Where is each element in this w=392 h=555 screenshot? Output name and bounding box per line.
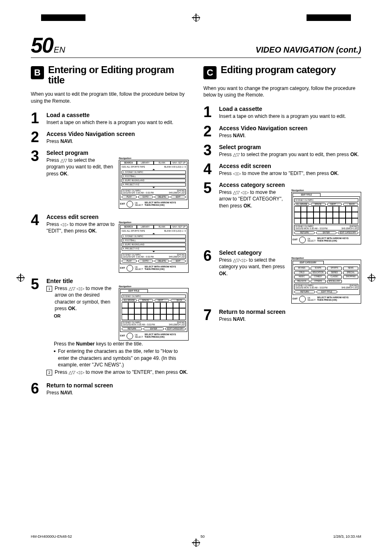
- cat-others: OTHERS: [311, 280, 326, 283]
- c-step-6-hd: Select category: [219, 249, 361, 256]
- registration-mark-bottom: [192, 539, 200, 547]
- cat-news: NEWS: [343, 267, 358, 270]
- b-step-4: 4 Access edit screen Press ◁ ▷ to move t…: [31, 214, 189, 273]
- b5-press-number: Press the Number keys to enter the title…: [54, 341, 189, 347]
- btn-edit-1: EDIT: [171, 196, 186, 198]
- cat-info-l: SYDNEY OLYMPIC 10/21/02 MON. 0:30 AM – 5…: [295, 285, 327, 289]
- tab-setup-2: NAVI. SET UP: [171, 225, 187, 228]
- b-step-6-num: 6: [31, 382, 42, 395]
- page-footer: HM-DH40000U-EN48-52 50 1/28/3, 10:33 AM: [31, 534, 361, 539]
- b5-1-arrows: △▽ ◁ ▷: [69, 286, 84, 291]
- c-step-5-num: 5: [203, 182, 214, 195]
- c-step-2-num: 2: [203, 125, 214, 138]
- c-step-4-hd: Access edit screen: [219, 163, 361, 169]
- b-step-1-txt: Insert a tape on which there is a progra…: [46, 119, 189, 126]
- b5-1-key: OK: [68, 306, 76, 311]
- c-step-6-num: 6: [203, 249, 214, 263]
- edit-input-1: SYDNEY OLYMPIC: [122, 295, 186, 298]
- edit-info-l-1: SYDNEY OLYMPIC 10/21/02 MON. 0:30 AM – 5…: [123, 322, 155, 326]
- printer-marks-top: [0, 14, 392, 31]
- cat-series: SERIES: [327, 271, 342, 275]
- c-step-7-txt: Press NAVI.: [219, 316, 361, 322]
- list-item-1c: 3. EURO 96 ENGLAND: [122, 179, 186, 182]
- c-step-7: 7 Return to normal screen Press NAVI.: [203, 309, 361, 322]
- b-step-6: 6 Return to normal screen Press NAVI.: [31, 382, 189, 396]
- btn-edit-title-3: EDIT TITLE: [316, 290, 337, 293]
- registration-mark-right: [367, 274, 376, 282]
- foot-msg-3: SELECT WITH ARROW KEYS THEN PRESS [OK]: [145, 334, 176, 339]
- section-c-intro: When you want to change the program cate…: [203, 85, 361, 98]
- c-step-2: 2 Access Video Navigation screen Press N…: [203, 125, 361, 139]
- ok-wheel-icon-3: [127, 333, 133, 339]
- nav-brand-5: Navigation: [291, 257, 361, 259]
- b-step-5-hd: Enter title: [46, 278, 189, 284]
- foot-exit-3: EXIT: [120, 335, 125, 337]
- btn-goto-2: GOTO: [138, 260, 153, 263]
- b5-1-pre: Press: [55, 286, 69, 291]
- b2-post: .: [72, 138, 73, 144]
- btn-erase-1: ALL ERASE: [122, 299, 137, 302]
- foot-sel-2: SELECT: [135, 268, 143, 270]
- c-step-2-hd: Access Video Navigation screen: [219, 125, 361, 131]
- c5-pre: Press: [219, 189, 233, 195]
- cat-info-r: [SHOW] 5H5:25MCH LS3: [341, 285, 357, 289]
- b5-sub-2-num: 2: [46, 370, 52, 375]
- c4-mid: to move the arrow to "EDIT", then press: [241, 170, 330, 176]
- b3-pre: Press: [46, 157, 60, 163]
- b4-key: OK: [88, 228, 96, 234]
- b-step-2-hd: Access Video Navigation screen: [46, 131, 189, 137]
- ok-wheel-icon: [127, 201, 133, 207]
- foot-msg-2: SELECT WITH ARROW KEYS THEN PRESS [OK]: [145, 266, 176, 271]
- category-grid: MOVIES SOAPS SPORTS NEWS CHILD EDUCATION…: [294, 267, 358, 283]
- btn-space-2: SPACE: [311, 203, 326, 206]
- c-step-1-hd: Load a cassette: [219, 106, 361, 112]
- b-step-3-num: 3: [31, 150, 42, 163]
- c-step-2-txt: Press NAVI.: [219, 132, 361, 139]
- cat-misc: MISCELLANY: [327, 280, 342, 283]
- b-step-4-hd: Access edit screen: [46, 214, 189, 220]
- b-step-5-num: 5: [31, 278, 42, 291]
- c5-screenshot: Navigation EDIT TITLE SYDNEY OLYMPIC ALL…: [291, 189, 361, 244]
- btn-back-2: ← BACK: [343, 203, 358, 206]
- cat-movies: MOVIES: [294, 267, 309, 270]
- char-grid-1: [122, 302, 186, 320]
- c6-post: .: [226, 271, 228, 276]
- tab-setup-1: NAVI. SET UP: [171, 161, 187, 164]
- c4-pre: Press: [219, 170, 233, 176]
- b-step-6-hd: Return to normal screen: [46, 382, 189, 389]
- foot-msg-1: SELECT WITH ARROW KEYS THEN PRESS [OK]: [145, 202, 176, 207]
- b-step-4-txt: Press ◁ ▷ to move the arrow to "EDIT", t…: [46, 221, 115, 234]
- c-step-7-hd: Return to normal screen: [219, 309, 361, 315]
- b5-bullet-txt: For entering the characters as the title…: [58, 348, 189, 368]
- b3-key: OK: [60, 171, 67, 177]
- footer-right: 1/28/3, 10:33 AM: [333, 534, 361, 539]
- edit-info-r-1: [SHOW] 5H5:25MCH LS3: [169, 322, 184, 326]
- b5-2-key: OK: [179, 369, 187, 375]
- c-step-6-txt: Press △▽◁ ▷ to select the category you w…: [219, 257, 287, 277]
- cat-child: CHILD: [294, 271, 309, 275]
- btn-return-1: RETURN: [122, 327, 142, 330]
- list-item-2a: 1. SYDNEY OLYMPIC: [122, 235, 186, 238]
- btn-erase-2: ALL ERASE: [294, 203, 309, 206]
- col-right: C Editing program category When you want…: [203, 62, 361, 401]
- c4-arrows: ◁ ▷: [233, 171, 241, 176]
- section-b-badge: B: [31, 66, 44, 79]
- b5-sub-1: 1 Press △▽ ◁ ▷ to move the arrow on the …: [46, 285, 115, 312]
- section-b-intro: When you want to edit the program title,…: [31, 91, 189, 104]
- b6-pre: Press: [46, 390, 60, 396]
- info-r-1: [SHOW] 5H5:25MCH LS3: [169, 190, 184, 194]
- b-step-2-num: 2: [31, 131, 42, 144]
- b-step-1-num: 1: [31, 112, 42, 125]
- nav-brand-1: Navigation: [119, 157, 189, 159]
- c-step-5-hd: Access category screen: [219, 182, 361, 188]
- c-step-3-txt: Press △▽ to select the program you want …: [219, 151, 361, 158]
- b6-key: NAVI: [60, 390, 72, 396]
- section-c-heading: C Editing program category: [203, 64, 361, 79]
- btn-edit-2: EDIT: [171, 260, 186, 263]
- page-number-value: 50: [31, 33, 53, 57]
- color-bar-left: [41, 14, 100, 21]
- btn-editcat-2: EDIT CATEGORY: [338, 231, 358, 234]
- edit-info-l-2: SYDNEY OLYMPIC 10/21/02 MON. 0:30 AM – 5…: [295, 226, 327, 230]
- tab-search-1: SEARCH: [120, 161, 137, 164]
- c6-arrows: △▽◁ ▷: [233, 258, 247, 263]
